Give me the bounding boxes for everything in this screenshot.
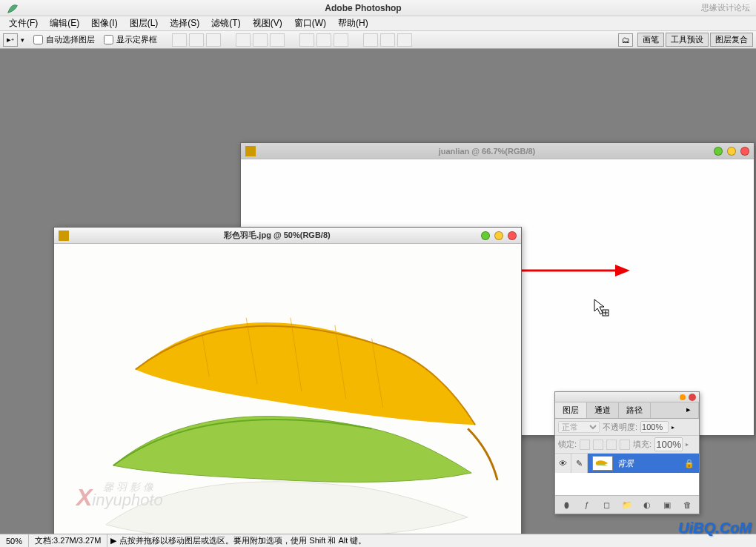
show-bounds-checkbox[interactable] [104,35,113,44]
app-title: Adobe Photoshop [25,3,701,13]
new-layer-icon[interactable]: ▣ [660,499,674,511]
current-tool-icon[interactable]: ▸+ [3,33,18,47]
menu-edit[interactable]: 编辑(E) [44,16,85,31]
dist-left-icon[interactable] [363,33,378,47]
align-top-icon[interactable] [172,33,187,47]
doc-title-back: juanlian @ 66.7%(RGB/8) [260,147,714,156]
status-bar: 50% 文档:3.27M/3.27M ▶ 点按并拖移以移动图层或选区。要用附加选… [0,534,756,547]
layer-thumbnail[interactable] [592,456,613,471]
lock-all-icon[interactable] [620,440,630,450]
lock-image-icon[interactable] [593,440,603,450]
panel-menu-icon[interactable]: ▸ [679,402,699,418]
panel-collapse-icon[interactable] [680,394,686,400]
panel-header[interactable] [555,392,699,402]
show-bounds-label: 显示定界框 [116,34,157,45]
auto-select-label: 自动选择图层 [46,34,95,45]
menu-view[interactable]: 视图(V) [247,16,288,31]
panel-close-icon[interactable] [689,394,696,401]
svg-marker-1 [615,265,630,276]
minimize-button[interactable] [481,231,490,240]
photoshop-logo-icon [6,1,19,15]
menu-select[interactable]: 选择(S) [164,16,205,31]
status-hint: 点按并拖移以移动图层或选区。要用附加选项，使用 Shift 和 Alt 键。 [119,535,366,546]
dock-tab-brush[interactable]: 画笔 [637,33,664,47]
document-window-front[interactable]: 彩色羽毛.jpg @ 50%(RGB/8) [53,227,522,547]
align-right-icon[interactable] [270,33,285,47]
align-group-2 [236,33,285,47]
top-watermark: 思缘设计论坛 [701,2,750,13]
layer-edit-icon[interactable]: ✎ [571,454,588,473]
menu-window[interactable]: 窗口(W) [288,16,332,31]
doc-info[interactable]: 文档:3.27M/3.27M [29,534,107,547]
layer-list[interactable]: 👁 ✎ 背景 🔒 [555,454,699,495]
doc-titlebar-back[interactable]: juanlian @ 66.7%(RGB/8) [241,143,754,159]
palette-well-icon[interactable]: 🗂 [618,33,633,47]
doc-icon [59,231,69,241]
title-bar: Adobe Photoshop 思缘设计论坛 [0,0,756,16]
menu-file[interactable]: 文件(F) [3,16,44,31]
fill-label: 填充: [633,439,651,450]
dock-tab-tool-presets[interactable]: 工具预设 [666,33,709,47]
dist-top-icon[interactable] [299,33,314,47]
align-left-icon[interactable] [236,33,251,47]
layer-name: 背景 [617,458,634,469]
dist-vcenter-icon[interactable] [316,33,331,47]
dist-hcenter-icon[interactable] [380,33,395,47]
menu-filter[interactable]: 滤镜(T) [205,16,246,31]
doc-titlebar-front[interactable]: 彩色羽毛.jpg @ 50%(RGB/8) [54,228,521,244]
blend-mode-select[interactable]: 正常 [558,421,600,433]
options-bar: ▸+ ▾ 自动选择图层 显示定界框 🗂 画笔 工具预设 图层复合 [0,31,756,49]
link-layers-icon[interactable]: ⬮ [560,499,574,511]
menu-layer[interactable]: 图层(L) [124,16,165,31]
layer-mask-icon[interactable]: ◻ [600,499,614,511]
doc-title-front: 彩色羽毛.jpg @ 50%(RGB/8) [73,230,481,241]
layer-style-icon[interactable]: ƒ [580,499,594,511]
canvas-front[interactable]: Xinyuphoto 馨 羽 影 像 [54,244,521,547]
workspace: juanlian @ 66.7%(RGB/8) 彩色羽毛.jpg @ 50%(R… [0,49,756,534]
page-watermark: UiBQ.CoM [678,520,752,537]
layers-panel[interactable]: 图层 通道 路径 ▸ 正常 不透明度: ▸ 锁定: 填充: ▸ 👁 [554,391,700,514]
layers-footer: ⬮ ƒ ◻ 📁 ◐ ▣ 🗑 [555,495,699,514]
align-group-1 [172,33,221,47]
feather-image [54,244,521,547]
blend-opacity-row: 正常 不透明度: ▸ [555,419,699,436]
maximize-button[interactable] [727,147,736,156]
opacity-label: 不透明度: [603,422,637,433]
status-menu-icon[interactable]: ▶ [110,536,116,546]
lock-label: 锁定: [558,439,577,450]
minimize-button[interactable] [714,147,723,156]
close-button[interactable] [740,147,749,156]
align-hcenter-icon[interactable] [253,33,268,47]
menu-bar: 文件(F) 编辑(E) 图像(I) 图层(L) 选择(S) 滤镜(T) 视图(V… [0,16,756,31]
maximize-button[interactable] [494,231,503,240]
delete-layer-icon[interactable]: 🗑 [680,499,694,511]
auto-select-checkbox[interactable] [33,35,43,44]
dock-tab-layer-comps[interactable]: 图层复合 [710,33,753,47]
lock-position-icon[interactable] [606,440,617,450]
align-vcenter-icon[interactable] [189,33,204,47]
panel-tabs: 图层 通道 路径 ▸ [555,402,699,419]
visibility-toggle-icon[interactable]: 👁 [555,454,571,473]
lock-fill-row: 锁定: 填充: ▸ [555,436,699,454]
fill-input[interactable] [654,437,683,451]
menu-image[interactable]: 图像(I) [85,16,123,31]
layer-lock-icon: 🔒 [684,459,694,468]
tab-channels[interactable]: 通道 [587,402,619,418]
adjustment-layer-icon[interactable]: ◐ [640,499,654,511]
distribute-group-1 [299,33,348,47]
tab-layers[interactable]: 图层 [555,402,587,418]
dist-bottom-icon[interactable] [334,33,348,47]
dist-right-icon[interactable] [397,33,412,47]
doc-icon [245,146,256,156]
menu-help[interactable]: 帮助(H) [332,16,374,31]
opacity-input[interactable] [640,421,669,433]
lock-transparent-icon[interactable] [580,440,590,450]
align-bottom-icon[interactable] [206,33,221,47]
layer-row-background[interactable]: 👁 ✎ 背景 🔒 [555,454,699,473]
distribute-group-2 [363,33,412,47]
tab-paths[interactable]: 路径 [619,402,651,418]
new-set-icon[interactable]: 📁 [620,499,634,511]
close-button[interactable] [508,231,517,240]
zoom-level[interactable]: 50% [0,534,29,547]
